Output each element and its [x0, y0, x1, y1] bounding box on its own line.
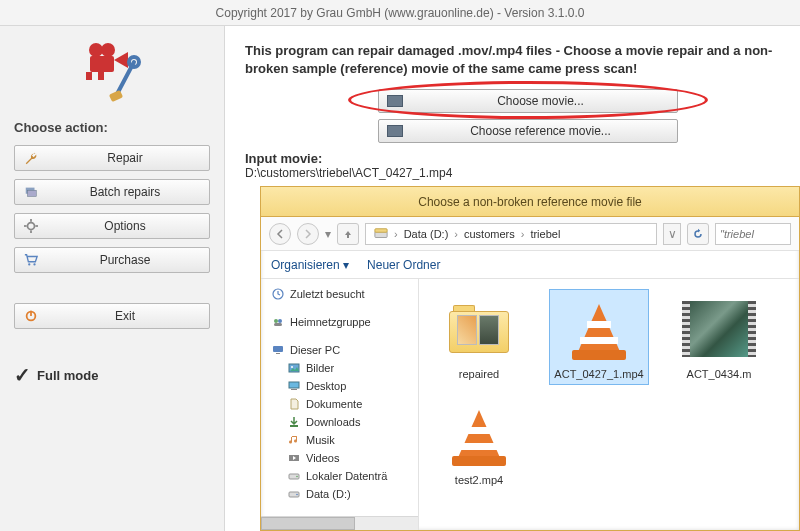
svg-point-24 — [278, 319, 282, 323]
svg-point-23 — [274, 319, 278, 323]
app-logo — [82, 42, 142, 102]
tree-dokumente[interactable]: Dokumente — [265, 395, 414, 413]
nav-forward-button[interactable] — [297, 223, 319, 245]
purchase-label: Purchase — [49, 253, 201, 267]
pc-icon — [271, 343, 285, 357]
folder-icon — [449, 305, 509, 353]
tree-musik[interactable]: Musik — [265, 431, 414, 449]
batch-label: Batch repairs — [49, 185, 201, 199]
search-input[interactable] — [715, 223, 791, 245]
tree-videos[interactable]: Videos — [265, 449, 414, 467]
svg-rect-26 — [273, 346, 283, 352]
videos-icon — [287, 451, 301, 465]
svg-point-1 — [89, 43, 103, 57]
desktop-icon — [287, 379, 301, 393]
svg-rect-7 — [109, 90, 123, 102]
check-icon: ✓ — [14, 363, 31, 387]
nav-tree: Zuletzt besucht Heimnetzgruppe Dieser PC… — [261, 279, 419, 530]
stack-icon — [23, 184, 39, 200]
breadcrumb-seg-1[interactable]: customers — [460, 228, 519, 240]
gear-icon — [23, 218, 39, 234]
tree-scrollbar[interactable] — [261, 516, 418, 530]
window-title: Copyright 2017 by Grau GmbH (www.grauonl… — [216, 6, 585, 20]
new-folder-button[interactable]: Neuer Ordner — [367, 258, 440, 272]
window-titlebar: Copyright 2017 by Grau GmbH (www.grauonl… — [0, 0, 800, 26]
file-dialog: Choose a non-broken reference movie file… — [260, 186, 800, 531]
tree-bilder[interactable]: Bilder — [265, 359, 414, 377]
homegroup-icon — [271, 315, 285, 329]
file-item-video[interactable]: test2.mp4 — [429, 395, 529, 491]
tree-recent[interactable]: Zuletzt besucht — [265, 285, 414, 303]
breadcrumb-seg-2[interactable]: triebel — [526, 228, 564, 240]
svg-rect-31 — [291, 389, 297, 390]
cart-icon — [23, 252, 39, 268]
instructions-text: This program can repair damaged .mov/.mp… — [245, 42, 790, 77]
full-mode-indicator: ✓ Full mode — [14, 363, 210, 387]
svg-point-17 — [33, 263, 35, 265]
breadcrumb-dropdown-icon[interactable]: ∨ — [663, 223, 681, 245]
dialog-navbar: ▾ Data (D:) customers triebel ∨ — [261, 217, 799, 251]
choose-reference-button[interactable]: Choose reference movie... — [378, 119, 678, 143]
sidebar-heading: Choose action: — [14, 120, 210, 135]
breadcrumb-drive-icon — [370, 228, 392, 240]
tree-downloads[interactable]: Downloads — [265, 413, 414, 431]
exit-button[interactable]: Exit — [14, 303, 210, 329]
documents-icon — [287, 397, 301, 411]
nav-back-button[interactable] — [269, 223, 291, 245]
file-item-video-thumb[interactable]: ACT_0434.m — [669, 289, 769, 385]
music-icon — [287, 433, 301, 447]
breadcrumb-seg-0[interactable]: Data (D:) — [400, 228, 453, 240]
vlc-cone-icon — [569, 296, 629, 362]
svg-rect-0 — [90, 56, 114, 72]
tree-data-drive[interactable]: Data (D:) — [265, 485, 414, 503]
refresh-button[interactable] — [687, 223, 709, 245]
organize-button[interactable]: Organisieren ▾ — [271, 258, 349, 272]
wrench-icon — [23, 150, 39, 166]
disk-icon — [287, 469, 301, 483]
svg-rect-10 — [28, 190, 37, 196]
purchase-button[interactable]: Purchase — [14, 247, 210, 273]
dialog-title: Choose a non-broken reference movie file — [418, 195, 641, 209]
dialog-toolbar: Organisieren ▾ Neuer Ordner — [261, 251, 799, 279]
options-button[interactable]: Options — [14, 213, 210, 239]
file-name: ACT_0434.m — [672, 368, 766, 380]
drive-icon — [287, 487, 301, 501]
film-icon — [387, 95, 403, 107]
recent-dropdown-icon[interactable]: ▾ — [325, 227, 331, 241]
tree-homegroup[interactable]: Heimnetzgruppe — [265, 313, 414, 331]
file-name: repaired — [432, 368, 526, 380]
svg-rect-21 — [375, 228, 387, 232]
tree-thispc[interactable]: Dieser PC — [265, 341, 414, 359]
svg-rect-25 — [274, 323, 282, 326]
svg-point-35 — [296, 476, 298, 478]
svg-rect-3 — [86, 72, 92, 80]
svg-point-37 — [296, 494, 298, 496]
nav-up-button[interactable] — [337, 223, 359, 245]
file-item-folder[interactable]: repaired — [429, 289, 529, 385]
file-name: ACT_0427_1.mp4 — [552, 368, 646, 380]
tree-local-disk[interactable]: Lokaler Datenträ — [265, 467, 414, 485]
choose-movie-button[interactable]: Choose movie... — [378, 89, 678, 113]
file-item-selected[interactable]: ACT_0427_1.mp4 — [549, 289, 649, 385]
file-pane: repaired ACT_0427_1.mp4 ACT_0434.m test2… — [419, 279, 799, 530]
pictures-icon — [287, 361, 301, 375]
options-label: Options — [49, 219, 201, 233]
svg-marker-5 — [114, 52, 128, 68]
svg-rect-32 — [290, 425, 298, 427]
power-icon — [23, 308, 39, 324]
batch-repairs-button[interactable]: Batch repairs — [14, 179, 210, 205]
choose-reference-label: Choose reference movie... — [413, 124, 669, 138]
input-movie-path: D:\customers\triebel\ACT_0427_1.mp4 — [245, 166, 790, 180]
full-mode-label: Full mode — [37, 368, 98, 383]
file-name: test2.mp4 — [432, 474, 526, 486]
choose-movie-label: Choose movie... — [413, 94, 669, 108]
svg-point-11 — [28, 223, 35, 230]
vlc-cone-icon — [449, 402, 509, 468]
repair-button[interactable]: Repair — [14, 145, 210, 171]
svg-rect-30 — [289, 382, 299, 388]
breadcrumb[interactable]: Data (D:) customers triebel — [365, 223, 657, 245]
tree-desktop[interactable]: Desktop — [265, 377, 414, 395]
exit-label: Exit — [49, 309, 201, 323]
svg-point-16 — [28, 263, 30, 265]
video-thumbnail-icon — [682, 301, 756, 357]
